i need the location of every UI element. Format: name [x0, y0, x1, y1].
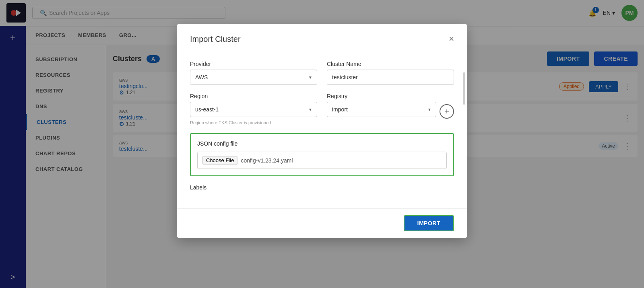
modal-import-button[interactable]: IMPORT [404, 215, 454, 231]
region-label: Region [190, 93, 317, 99]
provider-select-wrapper: AWS GCP Azure [190, 70, 317, 85]
region-registry-row: Region us-east-1 us-east-2 us-west-1 us-… [190, 93, 454, 125]
modal-body: Provider AWS GCP Azure Cluster Name [177, 51, 467, 208]
region-group: Region us-east-1 us-east-2 us-west-1 us-… [190, 93, 317, 125]
file-input-wrapper: Choose File config-v1.23.24.yaml [197, 152, 447, 169]
labels-title: Labels [190, 184, 454, 191]
region-select[interactable]: us-east-1 us-east-2 us-west-1 us-west-2 [190, 102, 317, 117]
modal-footer: IMPORT [177, 208, 467, 238]
registry-group-outer: Registry import default + [327, 93, 454, 125]
choose-file-button[interactable]: Choose File [202, 156, 237, 165]
cluster-name-group: Cluster Name [327, 61, 454, 85]
provider-name-row: Provider AWS GCP Azure Cluster Name [190, 61, 454, 85]
file-name-display: config-v1.23.24.yaml [241, 157, 293, 164]
registry-select-wrapper: import default [327, 102, 436, 117]
modal-title: Import Cluster [190, 35, 241, 44]
cluster-name-input[interactable] [327, 70, 454, 85]
region-select-wrapper: us-east-1 us-east-2 us-west-1 us-west-2 [190, 102, 317, 117]
add-registry-button[interactable]: + [440, 104, 454, 119]
registry-select[interactable]: import default [327, 102, 436, 117]
import-cluster-modal: Import Cluster × Provider AWS GCP Azure [177, 24, 467, 238]
scroll-indicator [463, 72, 465, 105]
modal-close-button[interactable]: × [449, 34, 454, 44]
registry-group: Registry import default [327, 93, 436, 117]
cluster-name-label: Cluster Name [327, 61, 454, 67]
region-hint: Region where EKS Cluster is provisioned [190, 120, 317, 125]
modal-overlay: Import Cluster × Provider AWS GCP Azure [0, 0, 644, 288]
modal-header: Import Cluster × [177, 24, 467, 51]
provider-select[interactable]: AWS GCP Azure [190, 70, 317, 85]
registry-label: Registry [327, 93, 436, 99]
json-config-section: JSON config file Choose File config-v1.2… [190, 133, 454, 176]
json-section-title: JSON config file [197, 140, 447, 147]
provider-label: Provider [190, 61, 317, 67]
provider-group: Provider AWS GCP Azure [190, 61, 317, 85]
labels-section: Labels [190, 184, 454, 191]
